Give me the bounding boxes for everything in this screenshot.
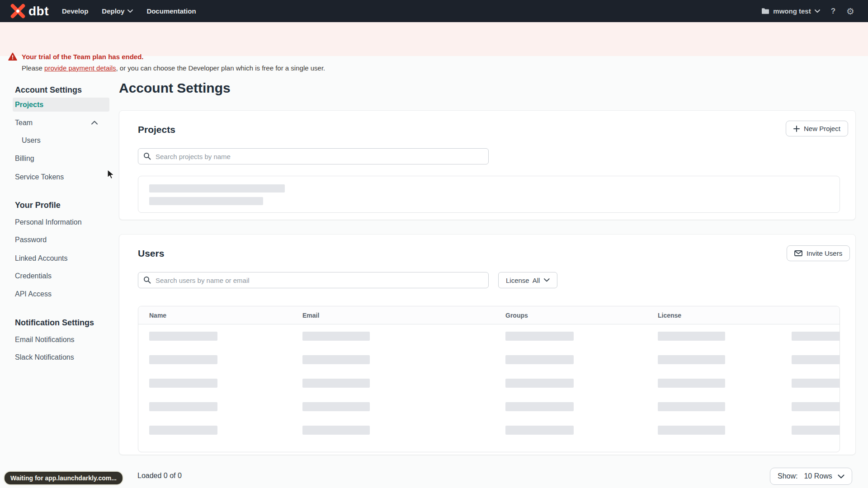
skeleton-bar — [792, 402, 840, 411]
skeleton-bar — [658, 355, 725, 364]
sidebar-item-projects[interactable]: Projects — [13, 98, 109, 112]
folder-icon — [761, 8, 769, 14]
users-heading: Users — [138, 248, 164, 259]
skeleton-bar — [302, 426, 370, 435]
help-button[interactable]: ? — [831, 7, 835, 16]
sidebar-item-slack-notifications[interactable]: Slack Notifications — [13, 350, 109, 365]
top-nav: dbt Develop Deploy Documentation mwong t… — [0, 0, 868, 22]
projects-search — [138, 148, 489, 164]
sidebar-item-personal-information[interactable]: Personal Information — [13, 215, 109, 230]
chevron-down-icon — [838, 474, 844, 479]
table-row-skeleton — [138, 418, 840, 442]
skeleton-bar — [505, 355, 574, 364]
projects-search-input[interactable] — [138, 148, 489, 164]
skeleton-bar — [149, 197, 263, 205]
search-icon — [143, 152, 151, 160]
skeleton-bar — [149, 184, 285, 192]
skeleton-bar — [149, 379, 217, 388]
skeleton-bar — [792, 426, 840, 435]
column-header-license: License — [658, 306, 681, 324]
column-header-name: Name — [149, 306, 166, 324]
skeleton-bar — [792, 332, 840, 341]
sidebar-heading-your-profile: Your Profile — [13, 198, 109, 212]
sidebar-heading-account-settings: Account Settings — [13, 83, 109, 97]
skeleton-bar — [302, 355, 370, 364]
users-table: Name Email Groups License — [138, 306, 840, 452]
skeleton-bar — [658, 402, 725, 411]
browser-status-tooltip: Waiting for app.launchdarkly.com... — [5, 472, 123, 484]
new-project-button[interactable]: New Project — [786, 121, 848, 136]
chevron-down-icon — [815, 9, 820, 13]
invite-users-button[interactable]: Invite Users — [787, 245, 850, 261]
skeleton-bar — [149, 355, 217, 364]
chevron-up-icon[interactable] — [91, 121, 98, 125]
projects-heading: Projects — [138, 124, 175, 135]
sidebar-item-service-tokens[interactable]: Service Tokens — [13, 170, 109, 184]
skeleton-bar — [792, 379, 840, 388]
sidebar-item-password[interactable]: Password — [13, 233, 109, 247]
skeleton-bar — [149, 402, 217, 411]
settings-gear-button[interactable]: ⚙ — [846, 6, 854, 17]
users-search-input[interactable] — [138, 272, 489, 288]
envelope-icon — [794, 250, 802, 256]
show-rows-label: Show: — [778, 472, 797, 480]
chevron-down-icon — [544, 278, 550, 282]
skeleton-bar — [149, 332, 217, 341]
skeleton-bar — [658, 379, 725, 388]
account-switcher[interactable]: mwong test — [761, 7, 820, 15]
sidebar-item-email-notifications[interactable]: Email Notifications — [13, 333, 109, 347]
chevron-down-icon — [127, 9, 133, 13]
table-row-skeleton — [138, 348, 840, 371]
users-card: Users Invite Users License All Name Emai… — [119, 234, 856, 455]
search-icon — [143, 276, 151, 284]
sidebar-item-billing[interactable]: Billing — [13, 151, 109, 166]
column-header-groups: Groups — [505, 306, 528, 324]
license-filter-dropdown[interactable]: License All — [498, 272, 557, 288]
users-table-header: Name Email Groups License — [138, 306, 840, 324]
table-row-skeleton — [138, 371, 840, 395]
column-header-email: Email — [302, 306, 319, 324]
skeleton-bar — [302, 379, 370, 388]
settings-sidebar: Account Settings Projects Team Users Bil… — [13, 0, 109, 488]
projects-loading-panel — [138, 176, 840, 213]
license-filter-label: License — [506, 277, 529, 284]
banner-body-suffix: , or you can choose the Developer plan w… — [116, 64, 325, 72]
page-title: Account Settings — [119, 80, 231, 96]
trial-ended-banner: Your trial of the Team plan has ended. P… — [0, 22, 868, 56]
skeleton-bar — [792, 355, 840, 364]
sidebar-item-api-access[interactable]: API Access — [13, 287, 109, 301]
projects-card: Projects New Project — [119, 110, 856, 220]
sidebar-item-credentials[interactable]: Credentials — [13, 269, 109, 283]
invite-users-label: Invite Users — [807, 249, 842, 257]
skeleton-bar — [658, 426, 725, 435]
sidebar-item-users[interactable]: Users — [13, 133, 109, 148]
show-rows-value: 10 Rows — [804, 472, 832, 480]
nav-right: mwong test ? ⚙ — [761, 0, 854, 22]
sidebar-team-label: Team — [15, 119, 33, 127]
skeleton-bar — [302, 332, 370, 341]
sidebar-heading-notification-settings: Notification Settings — [13, 315, 109, 330]
table-row-skeleton — [138, 395, 840, 418]
skeleton-bar — [302, 402, 370, 411]
new-project-label: New Project — [804, 125, 840, 132]
skeleton-bar — [658, 332, 725, 341]
skeleton-bar — [505, 332, 574, 341]
mouse-cursor — [107, 169, 115, 180]
skeleton-bar — [505, 379, 574, 388]
license-filter-value: All — [533, 277, 540, 284]
sidebar-item-linked-accounts[interactable]: Linked Accounts — [13, 251, 109, 266]
users-search — [138, 272, 489, 288]
table-row-skeleton — [138, 324, 840, 348]
skeleton-bar — [505, 426, 574, 435]
skeleton-bar — [505, 402, 574, 411]
loaded-status: Loaded 0 of 0 — [137, 472, 182, 480]
nav-documentation-label: Documentation — [146, 7, 196, 15]
skeleton-bar — [149, 426, 217, 435]
nav-item-documentation[interactable]: Documentation — [146, 7, 196, 15]
plus-icon — [793, 126, 800, 132]
account-name: mwong test — [773, 7, 811, 15]
sidebar-item-team[interactable]: Team — [13, 116, 109, 130]
show-rows-dropdown[interactable]: Show: 10 Rows — [770, 468, 852, 485]
